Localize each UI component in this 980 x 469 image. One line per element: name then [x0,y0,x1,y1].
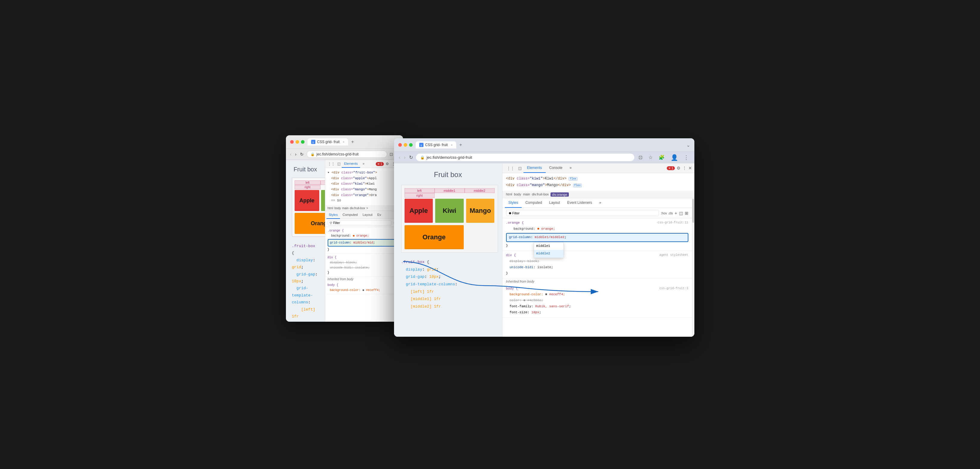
more-menu-2[interactable]: ⋮ [682,154,690,161]
forward-button-1[interactable]: › [294,151,297,157]
cast-icon-2: ⊡ [637,155,644,160]
inspect-icon-1[interactable]: ◫ [336,161,342,167]
bc-main-1[interactable]: main [342,207,349,210]
flex-badge-kiwi: flex [568,177,578,181]
scroll-thumb-2[interactable] [692,199,694,223]
devtools-actions-2: ✕ 1 ⚙ ⋮ ✕ [667,166,692,171]
bc-html-1[interactable]: html [328,207,333,210]
address-field-1[interactable]: 🔒 jec.fish/demo/css-grid-fruit [307,151,387,158]
tab-computed-1[interactable]: Computed [340,211,360,219]
kiwi-cell-2: Kiwi [435,199,464,223]
styles-toolbar-2: ◆ Filter :hov .cls + ◫ ⊞ [503,208,692,218]
elements-tab-2[interactable]: Elements [523,163,546,173]
bc-body-1[interactable]: body [334,207,341,210]
html-line-kiwi: <div class="kiwi">Kiwi</div> flex [506,175,691,182]
minimize-button-1[interactable] [296,140,299,144]
extensions-icon-2[interactable]: 🧩 [657,155,667,160]
close-devtools-2[interactable]: ✕ [688,166,692,171]
html-line-1: ▾ <div class="fruit-box"> [328,170,401,175]
close-button-2[interactable] [398,143,402,147]
expand-icon-2[interactable]: ⊞ [685,211,688,215]
devtools-right-2: Styles Computed Layout Event Listeners »… [503,198,694,337]
bookmark-icon-2[interactable]: ☆ [647,155,654,160]
kiwi-cell-1: Kiwi [321,190,325,211]
tab-styles-2[interactable]: Styles [505,198,522,208]
filter-text-1: Filter [333,221,340,225]
plus-icon-2[interactable]: + [675,211,677,215]
inspect-toggle-2[interactable]: ⋮⋮ [505,165,516,172]
tab-bar-1: g CSS grid- fruit × + [307,138,392,145]
tab-label-1: CSS grid- fruit [317,140,340,144]
tab-styles-1[interactable]: Styles [326,211,340,219]
scene: g CSS grid- fruit × + ⌄ ‹ › ↻ 🔒 jec.fish… [280,129,700,340]
bc-fruitbox-1[interactable]: div.fruit-box [350,207,365,210]
bc-more-1[interactable]: > [366,207,368,210]
bc2-html[interactable]: html [506,192,512,196]
url-text-2: jec.fish/demo/css-grid-fruit [426,155,472,160]
back-button-2[interactable]: ‹ [398,154,401,161]
elements-tab-1[interactable]: Elements [342,160,360,168]
devtools-1: ⋮⋮ ◫ Elements » ✕ 1 ⚙ ⋮ ✕ ▾ <div class="… [325,160,403,322]
browser-window-1: g CSS grid- fruit × + ⌄ ‹ › ↻ 🔒 jec.fish… [286,135,403,322]
refresh-button-1[interactable]: ↻ [299,151,304,157]
maximize-button-2[interactable] [409,143,413,147]
label-right-2: right [404,193,434,198]
browser-menu-2[interactable]: ⌄ [686,142,690,148]
bc2-orange[interactable]: div.orange [550,192,569,196]
bc2-main[interactable]: main [523,192,530,196]
bc2-fruitbox[interactable]: div.fruit-box [532,192,549,196]
tab-layout-1[interactable]: Layout [360,211,375,219]
pseudo-hov-2[interactable]: :hov .cls [661,211,673,215]
more-tabs-2[interactable]: » [566,163,576,173]
autocomplete-item-middle2[interactable]: middle2 [534,250,563,258]
tab-close-2[interactable]: × [451,143,453,147]
styles-tabs-1: Styles Computed Layout Ev [325,211,403,219]
tab-more-2[interactable]: » [595,198,605,208]
orange-cell-2: Orange [404,225,464,249]
autocomplete-item-middle1[interactable]: middle1 [534,242,563,250]
settings-icon-2[interactable]: ⚙ [677,166,681,171]
more-tabs-1[interactable]: » [360,160,367,168]
forward-button-2[interactable]: › [403,154,406,161]
devtools-scrollbar-2[interactable] [692,198,694,337]
address-field-2[interactable]: 🔒 jec.fish/demo/css-grid-fruit [416,154,634,161]
close-button-1[interactable] [290,140,294,144]
cast-icon-1: ⊡ [390,152,393,156]
grid-labels-2: left middle1 middle2 right [404,188,495,198]
panel-icon-2[interactable]: ◫ [679,211,683,215]
active-tab-1[interactable]: g CSS grid- fruit × [307,138,348,145]
new-tab-button-2[interactable]: + [457,142,464,148]
element-select-2[interactable]: ◫ [516,165,523,172]
active-tab-2[interactable]: g CSS grid- fruit × [416,141,457,148]
lock-icon-1: 🔒 [310,152,315,156]
fruit-demo-2: Fruit box left middle1 middle2 right App… [401,171,495,311]
source-body[interactable]: css-grid-fruit:3 [659,286,688,292]
styles-content-2: Styles Computed Layout Event Listeners »… [503,198,692,337]
div-rule-2: div { agent stylesheet display: block; u… [503,251,692,278]
mango-cell-2: Mango [466,199,495,223]
new-tab-button-1[interactable]: + [349,139,356,145]
profile-icon-2[interactable]: 👤 [669,154,680,161]
apple-cell-2: Apple [404,199,433,223]
maximize-button-1[interactable] [301,140,305,144]
filter-input-2[interactable]: ◆ Filter [506,210,659,216]
more-icon-2[interactable]: ⋮ [682,166,687,171]
css-code-2: .fruit-box { display: grid; grid-gap: 10… [401,258,495,311]
tab-close-1[interactable]: × [343,140,345,144]
settings-icon-1[interactable]: ⚙ [385,161,390,166]
browser-content-1: Fruit box left middle1 middle2 right App… [286,160,403,322]
body-rule-1: body { background-color: ■ #eceff4; [325,281,403,294]
minimize-button-2[interactable] [404,143,407,147]
source-link-2[interactable]: css-grid-fruit:11 [657,220,688,226]
inherited-label-2: Inherited from body [503,279,692,284]
bc2-body[interactable]: body [514,192,521,196]
tab-layout-2[interactable]: Layout [546,198,564,208]
console-tab-2[interactable]: Console [546,163,566,173]
refresh-button-2[interactable]: ↻ [409,154,414,161]
back-button-1[interactable]: ‹ [290,151,292,157]
tab-events-2[interactable]: Event Listeners [564,198,596,208]
titlebar-1: g CSS grid- fruit × + ⌄ [286,135,403,149]
tab-computed-2[interactable]: Computed [522,198,546,208]
filter-input-1[interactable]: ▽ Filter [328,220,391,225]
tab-events-1[interactable]: Ev [375,211,383,219]
